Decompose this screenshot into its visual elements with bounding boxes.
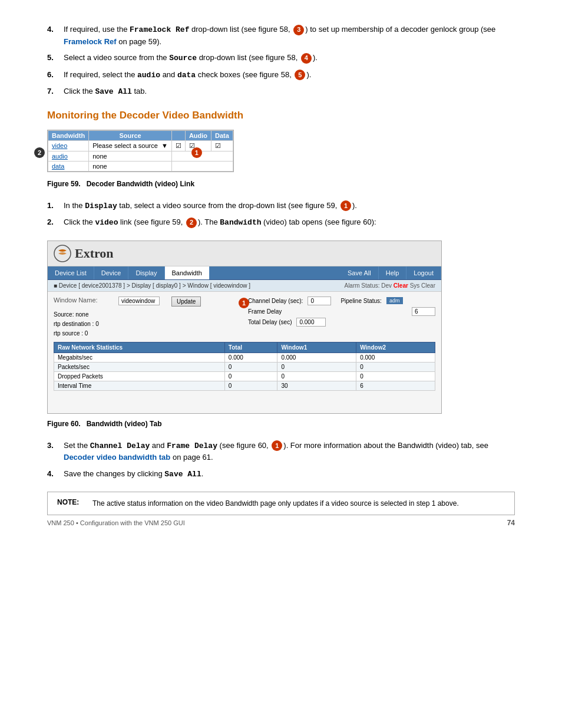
note-text: The active status information on the vid…: [92, 498, 459, 509]
nav-display[interactable]: Display: [128, 266, 164, 279]
channel-delay-label: Channel Delay (sec):: [248, 298, 303, 304]
data-link[interactable]: data: [52, 163, 64, 170]
update-button[interactable]: Update: [171, 297, 201, 307]
badge-2-fig59: 2: [34, 147, 45, 158]
step-m1: 1. In the Display tab, select a video so…: [47, 200, 515, 212]
stats-col-0: Raw Network Statistics: [54, 342, 225, 353]
stats-row-3: Interval Time 0 30 6: [54, 381, 435, 390]
fig60-caption: Figure 60. Bandwidth (video) Tab: [47, 420, 161, 428]
stats-r0c3: 0.000: [356, 353, 435, 362]
scr-right-grid: Channel Delay (sec): Pipeline Status: ad…: [248, 297, 435, 327]
rtp-src-value: : 0: [81, 330, 88, 337]
total-delay-input[interactable]: [296, 318, 326, 327]
badge-3: 3: [293, 25, 304, 35]
page-content: 4. If required, use the Framelock Ref dr…: [0, 0, 562, 539]
stats-row-2: Dropped Packets 0 0 0: [54, 371, 435, 381]
pipeline-badge: adm: [386, 297, 403, 304]
scr-breadcrumb: ■ Device [ device2001378 ] > Display [ d…: [48, 280, 441, 292]
stats-r2c0: Dropped Packets: [54, 371, 225, 381]
steps-before: 4. If required, use the Framelock Ref dr…: [47, 24, 515, 98]
screenshot-frame: Extron Device List Device Display Bandwi…: [47, 241, 442, 414]
framelock-ref-code: Framelock Ref: [130, 25, 189, 34]
stats-r3c1: 0: [224, 381, 277, 390]
decoder-video-bandwidth-link[interactable]: Decoder video bandwidth tab: [64, 453, 170, 462]
steps-after: 3. Set the Channel Delay and Frame Delay…: [47, 440, 515, 480]
channel-delay-input[interactable]: [308, 297, 331, 305]
extron-logo: Extron: [54, 245, 114, 262]
row-audio: audio none: [48, 151, 233, 161]
step-4: 4. If required, use the Framelock Ref dr…: [47, 24, 515, 47]
alarm-sys: Sys Clear: [410, 282, 435, 289]
stats-col-2: Window1: [277, 342, 356, 353]
col-data: Data: [211, 130, 233, 140]
fig59-table: Bandwidth Source Audio Data video Please…: [48, 130, 233, 172]
breadcrumb-text: ■ Device [ device2001378 ] > Display [ d…: [54, 282, 250, 289]
nav-device-list[interactable]: Device List: [48, 266, 94, 279]
frame-delay-input[interactable]: [412, 307, 435, 316]
step-m2: 2. Click the video link (see figure 59, …: [47, 216, 515, 229]
row-data: data none: [48, 161, 233, 171]
extron-logo-icon: [54, 245, 71, 262]
stats-r1c1: 0: [224, 362, 277, 371]
badge-1-fig60: 1: [239, 298, 249, 308]
pipeline-label: Pipeline Status:: [340, 298, 382, 304]
nav-bandwidth[interactable]: Bandwidth: [165, 266, 210, 279]
alarm-clear[interactable]: Clear: [394, 282, 408, 289]
frame-delay-code: Frame Delay: [167, 442, 217, 450]
stats-r3c2: 30: [277, 381, 356, 390]
audio-link[interactable]: audio: [52, 153, 68, 160]
nav-help[interactable]: Help: [379, 266, 407, 279]
source-select-cell: Please select a source ▼: [89, 140, 172, 151]
fig59-outer: 2 Bandwidth Source Audio Data: [47, 130, 234, 176]
col-bandwidth: Bandwidth: [48, 130, 89, 140]
source-code: Source: [169, 54, 197, 62]
save-all-code: Save All: [95, 87, 131, 96]
bandwidth-code: Bandwidth: [220, 218, 261, 227]
badge-4: 4: [301, 53, 312, 64]
frame-delay-row: Frame Delay: [248, 307, 435, 316]
badge-1-step3: 1: [272, 440, 282, 451]
display-code: Display: [85, 202, 117, 210]
data-code: data: [177, 71, 196, 80]
step-7: 7. Click the Save All tab.: [47, 85, 515, 98]
figure-59-container: 2 Bandwidth Source Audio Data: [47, 130, 515, 194]
source-value: none: [75, 311, 88, 318]
framelock-ref-link[interactable]: Framelock Ref: [64, 37, 117, 46]
fig59-caption: Figure 59. Decoder Bandwidth (video) Lin…: [47, 180, 194, 188]
step-5: 5. Select a video source from the Source…: [47, 52, 515, 64]
col-source: Source: [89, 130, 172, 140]
section-heading: Monitoring the Decoder Video Bandwidth: [47, 110, 515, 121]
rtp-dest-label: rtp destination :: [54, 321, 94, 327]
step-a4: 4. Save the changes by clicking Save All…: [47, 468, 515, 480]
stats-r2c1: 0: [224, 371, 277, 381]
total-delay-label: Total Delay (sec): [248, 319, 292, 325]
check-col: ☑: [171, 140, 185, 151]
badge-1-fig59: 1: [191, 147, 202, 158]
badge-5: 5: [295, 70, 305, 80]
scr-window-top: Window Name: Update Source: none rtp des…: [54, 297, 435, 338]
nav-logout[interactable]: Logout: [406, 266, 441, 279]
stats-r0c0: Megabits/sec: [54, 353, 225, 362]
stats-col-1: Total: [224, 342, 277, 353]
scr-right-section: 1 Channel Delay (sec): Pipeline Status: …: [248, 297, 435, 338]
window-name-input[interactable]: [118, 297, 160, 305]
badge-2-ref: 2: [186, 218, 197, 228]
stats-r0c1: 0.000: [224, 353, 277, 362]
stats-row-0: Megabits/sec 0.000 0.000 0.000: [54, 353, 435, 362]
nav-device[interactable]: Device: [94, 266, 129, 279]
total-delay-row: Total Delay (sec): [248, 318, 435, 327]
stats-r3c0: Interval Time: [54, 381, 225, 390]
stats-r1c2: 0: [277, 362, 356, 371]
footer-left: VNM 250 • Configuration with the VNM 250…: [47, 519, 185, 526]
scr-left-section: Window Name: Update Source: none rtp des…: [54, 297, 241, 338]
stats-col-3: Window2: [356, 342, 435, 353]
page-footer: VNM 250 • Configuration with the VNM 250…: [0, 519, 562, 527]
data-source: none: [89, 161, 172, 171]
stats-r3c3: 6: [356, 381, 435, 390]
window-name-row: Window Name: Update: [54, 297, 241, 307]
step-a3: 3. Set the Channel Delay and Frame Delay…: [47, 440, 515, 463]
nav-save-all[interactable]: Save All: [340, 266, 379, 279]
video-link[interactable]: video: [52, 142, 67, 149]
scr-body: Window Name: Update Source: none rtp des…: [48, 292, 441, 413]
scr-header: Extron: [48, 241, 441, 266]
